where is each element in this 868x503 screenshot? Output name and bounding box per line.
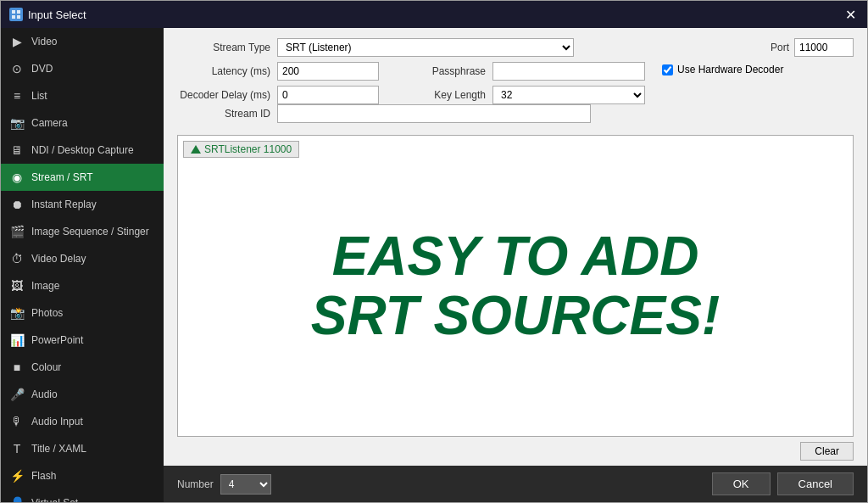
sidebar-item-list[interactable]: ≡List xyxy=(1,82,164,109)
sidebar-icon-colour: ■ xyxy=(9,360,25,375)
sidebar-label-image: Image xyxy=(31,280,59,292)
sidebar-label-dvd: DVD xyxy=(31,63,53,75)
stream-type-select[interactable]: SRT (Listener) SRT (Caller) RTMP HLS UDP xyxy=(277,38,574,57)
passphrase-label: Passphrase xyxy=(392,65,486,77)
sidebar-item-instant-replay[interactable]: ⏺Instant Replay xyxy=(1,191,164,218)
key-length-select[interactable]: 16 24 32 xyxy=(492,86,645,104)
svg-rect-3 xyxy=(17,15,20,19)
sidebar-label-photos: Photos xyxy=(31,307,63,319)
sidebar-icon-audio-input: 🎙 xyxy=(9,414,25,429)
sidebar-icon-stream: ◉ xyxy=(9,170,25,185)
sidebar-icon-list: ≡ xyxy=(9,88,25,103)
latency-row: Latency (ms) xyxy=(177,62,379,81)
decoder-delay-input[interactable] xyxy=(277,86,379,104)
sidebar-item-flash[interactable]: ⚡Flash xyxy=(1,462,164,489)
passphrase-row: Passphrase xyxy=(392,62,645,81)
stream-type-label: Stream Type xyxy=(177,42,270,53)
sidebar-icon-photos: 📸 xyxy=(9,305,25,321)
app-icon xyxy=(9,8,23,21)
sidebar-label-virtual-set: Virtual Set xyxy=(31,497,78,502)
sidebar-label-audio: Audio xyxy=(31,388,58,400)
sidebar-label-instant-replay: Instant Replay xyxy=(31,198,97,210)
sidebar-label-camera: Camera xyxy=(31,117,68,129)
number-select[interactable]: 1234 5678 xyxy=(220,474,271,495)
footer: Number 1234 5678 OK Cancel xyxy=(164,466,867,502)
preview-text: Easy to add SRT sources! xyxy=(311,226,720,346)
sidebar-item-audio-input[interactable]: 🎙Audio Input xyxy=(1,408,164,435)
title-bar-left: Input Select xyxy=(9,8,86,21)
sidebar-item-stream[interactable]: ◉Stream / SRT xyxy=(1,164,164,191)
sidebar-item-video-delay[interactable]: ⏱Video Delay xyxy=(1,245,164,272)
sidebar-icon-video: ▶ xyxy=(9,34,25,49)
sidebar-icon-virtual-set: 👤 xyxy=(9,495,25,502)
stream-id-row: Stream ID xyxy=(177,104,854,123)
sidebar: ▶Video⊙DVD≡List📷Camera🖥NDI / Desktop Cap… xyxy=(1,28,164,502)
sidebar-label-title-xaml: Title / XAML xyxy=(31,443,86,455)
clear-button[interactable]: Clear xyxy=(800,442,854,461)
sidebar-label-video-delay: Video Delay xyxy=(31,253,86,265)
sidebar-label-ndi: NDI / Desktop Capture xyxy=(31,144,134,156)
sidebar-item-title-xaml[interactable]: TTitle / XAML xyxy=(1,435,164,462)
title-bar: Input Select ✕ xyxy=(1,1,867,28)
sidebar-icon-instant-replay: ⏺ xyxy=(9,197,25,212)
window-title: Input Select xyxy=(28,8,86,21)
sidebar-label-powerpoint: PowerPoint xyxy=(31,334,83,346)
ok-button[interactable]: OK xyxy=(712,472,771,495)
hardware-decoder-label: Use Hardware Decoder xyxy=(677,64,783,75)
right-panel: Stream Type SRT (Listener) SRT (Caller) … xyxy=(164,28,867,502)
svg-rect-1 xyxy=(17,10,20,14)
sidebar-item-colour[interactable]: ■Colour xyxy=(1,354,164,381)
sidebar-icon-camera: 📷 xyxy=(9,115,25,131)
sidebar-icon-flash: ⚡ xyxy=(9,468,25,483)
sidebar-label-audio-input: Audio Input xyxy=(31,416,83,428)
key-length-row: Key Length 16 24 32 xyxy=(392,86,645,104)
sidebar-label-image-sequence: Image Sequence / Stinger xyxy=(31,226,149,238)
sidebar-icon-image: 🖼 xyxy=(9,278,25,293)
sidebar-label-colour: Colour xyxy=(31,361,61,373)
sidebar-item-virtual-set[interactable]: 👤Virtual Set xyxy=(1,489,164,502)
latency-input[interactable] xyxy=(277,62,379,81)
preview-tag-triangle-icon xyxy=(191,145,201,154)
preview-tag-label: SRTListener 11000 xyxy=(204,143,292,155)
port-label: Port xyxy=(764,42,789,53)
sidebar-icon-image-sequence: 🎬 xyxy=(9,224,25,239)
close-icon[interactable]: ✕ xyxy=(842,6,859,23)
sidebar-icon-dvd: ⊙ xyxy=(9,61,25,76)
sidebar-item-ndi[interactable]: 🖥NDI / Desktop Capture xyxy=(1,137,164,164)
sidebar-item-audio[interactable]: 🎤Audio xyxy=(1,381,164,408)
latency-label: Latency (ms) xyxy=(177,65,270,77)
stream-id-label: Stream ID xyxy=(177,108,270,120)
sidebar-item-photos[interactable]: 📸Photos xyxy=(1,299,164,327)
preview-tag: SRTListener 11000 xyxy=(183,141,299,158)
bottom-bar: Clear xyxy=(164,437,867,466)
stream-id-input[interactable] xyxy=(277,104,591,123)
preview-content: Easy to add SRT sources! xyxy=(178,136,853,436)
sidebar-icon-audio: 🎤 xyxy=(9,387,25,402)
sidebar-item-video[interactable]: ▶Video xyxy=(1,28,164,55)
sidebar-icon-title-xaml: T xyxy=(9,441,25,456)
sidebar-label-stream: Stream / SRT xyxy=(31,171,92,183)
main-content: ▶Video⊙DVD≡List📷Camera🖥NDI / Desktop Cap… xyxy=(1,28,867,502)
key-length-label: Key Length xyxy=(392,89,486,101)
sidebar-item-powerpoint[interactable]: 📊PowerPoint xyxy=(1,327,164,354)
sidebar-icon-ndi: 🖥 xyxy=(9,143,25,158)
cancel-button[interactable]: Cancel xyxy=(777,472,854,495)
sidebar-item-image[interactable]: 🖼Image xyxy=(1,272,164,299)
sidebar-item-dvd[interactable]: ⊙DVD xyxy=(1,55,164,82)
hardware-decoder-checkbox[interactable] xyxy=(662,64,673,75)
decoder-delay-row: Decoder Delay (ms) xyxy=(177,86,379,104)
preview-line2: SRT sources! xyxy=(311,285,720,346)
decoder-delay-label: Decoder Delay (ms) xyxy=(177,89,270,101)
port-input[interactable] xyxy=(794,38,854,57)
sidebar-item-camera[interactable]: 📷Camera xyxy=(1,109,164,137)
number-label: Number xyxy=(177,478,214,490)
preview-line1: Easy to add xyxy=(332,226,699,287)
sidebar-icon-video-delay: ⏱ xyxy=(9,251,25,266)
sidebar-label-video: Video xyxy=(31,36,57,48)
sidebar-item-image-sequence[interactable]: 🎬Image Sequence / Stinger xyxy=(1,218,164,245)
sidebar-icon-powerpoint: 📊 xyxy=(9,333,25,348)
sidebar-label-flash: Flash xyxy=(31,470,56,482)
sidebar-label-list: List xyxy=(31,90,47,102)
passphrase-input[interactable] xyxy=(492,62,645,81)
preview-container: SRTListener 11000 Easy to add SRT source… xyxy=(177,135,854,437)
